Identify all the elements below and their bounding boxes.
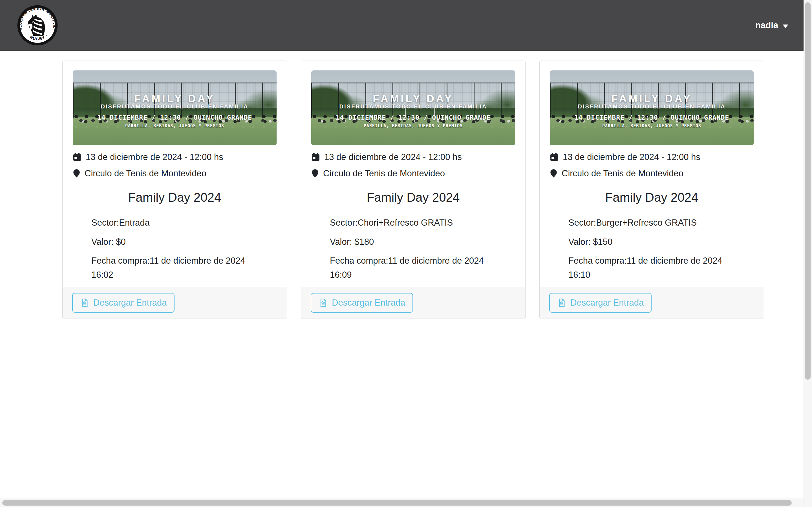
banner-perks: PARRILLA, BEBIDAS, JUEGOS Y PREMIOS <box>550 123 754 128</box>
banner-schedule: 14 DICIEMBRE / 12:30 / QUINCHO GRANDE <box>550 114 754 121</box>
banner-title: FAMILY DAY <box>73 93 276 105</box>
file-image-icon <box>319 298 327 307</box>
event-venue: Circulo de Tenis de Montevideo <box>323 169 445 178</box>
ticket-card: FAMILY DAY DISFRUTAMOS TODO EL CLUB EN F… <box>539 61 764 319</box>
vertical-scrollbar[interactable] <box>804 0 812 507</box>
club-logo-link[interactable]: CIRCULO DE TENIS DE MONTEVIDEO · RUGBY · <box>16 4 59 47</box>
file-image-icon <box>80 298 89 307</box>
ticket-sector: Sector:Burger+Refresco GRATIS <box>568 216 754 230</box>
ticket-card-footer: Descargar Entrada <box>540 287 764 318</box>
banner-schedule: 14 DICIEMBRE / 12:30 / QUINCHO GRANDE <box>73 114 276 121</box>
user-dropdown[interactable]: nadia <box>755 20 790 31</box>
banner-text-overlay: FAMILY DAY DISFRUTAMOS TODO EL CLUB EN F… <box>311 70 515 145</box>
ticket-value: Valor: $150 <box>568 235 754 249</box>
event-date: 13 de diciembre de 2024 - 12:00 hs <box>86 153 223 161</box>
map-marker-icon <box>73 169 80 178</box>
ticket-purchase-date: Fecha compra:11 de diciembre de 2024 16:… <box>568 254 732 282</box>
download-ticket-label: Descargar Entrada <box>93 297 167 308</box>
ticket-purchase-date: Fecha compra:11 de diciembre de 2024 16:… <box>330 254 493 282</box>
ticket-value: Valor: $180 <box>330 235 515 249</box>
banner-title: FAMILY DAY <box>550 93 754 105</box>
ticket-details: Sector:Burger+Refresco GRATIS Valor: $15… <box>568 216 754 282</box>
event-title: Family Day 2024 <box>73 190 276 205</box>
ticket-details: Sector:Entrada Valor: $0 Fecha compra:11… <box>91 216 276 282</box>
banner-text-overlay: FAMILY DAY DISFRUTAMOS TODO EL CLUB EN F… <box>550 70 754 145</box>
event-title: Family Day 2024 <box>550 190 754 205</box>
download-ticket-button[interactable]: Descargar Entrada <box>72 293 174 313</box>
banner-subtitle: DISFRUTAMOS TODO EL CLUB EN FAMILIA <box>311 103 515 110</box>
event-banner-image: FAMILY DAY DISFRUTAMOS TODO EL CLUB EN F… <box>550 70 754 145</box>
event-date-row: 13 de diciembre de 2024 - 12:00 hs <box>73 153 276 161</box>
vertical-scrollbar-thumb[interactable] <box>805 2 811 380</box>
calendar-icon <box>73 153 82 161</box>
horizontal-scrollbar[interactable] <box>0 499 804 507</box>
download-ticket-label: Descargar Entrada <box>332 297 405 308</box>
event-venue-row: Circulo de Tenis de Montevideo <box>311 169 515 178</box>
ticket-value: Valor: $0 <box>91 235 276 249</box>
ticket-purchase-date: Fecha compra:11 de diciembre de 2024 16:… <box>91 254 255 282</box>
ticket-sector: Sector:Chori+Refresco GRATIS <box>330 216 515 230</box>
banner-perks: PARRILLA, BEBIDAS, JUEGOS Y PREMIOS <box>311 123 515 128</box>
event-venue-row: Circulo de Tenis de Montevideo <box>550 169 754 178</box>
ticket-card: FAMILY DAY DISFRUTAMOS TODO EL CLUB EN F… <box>301 61 525 319</box>
banner-text-overlay: FAMILY DAY DISFRUTAMOS TODO EL CLUB EN F… <box>73 70 276 145</box>
main-content: FAMILY DAY DISFRUTAMOS TODO EL CLUB EN F… <box>0 51 804 499</box>
caret-down-icon <box>783 24 788 28</box>
banner-perks: PARRILLA, BEBIDAS, JUEGOS Y PREMIOS <box>73 123 276 128</box>
event-title: Family Day 2024 <box>311 190 515 205</box>
event-date-row: 13 de diciembre de 2024 - 12:00 hs <box>311 153 515 161</box>
club-badge-icon: CIRCULO DE TENIS DE MONTEVIDEO · RUGBY · <box>16 4 59 47</box>
ticket-card: FAMILY DAY DISFRUTAMOS TODO EL CLUB EN F… <box>62 61 287 319</box>
event-date: 13 de diciembre de 2024 - 12:00 hs <box>324 153 462 161</box>
event-venue-row: Circulo de Tenis de Montevideo <box>73 169 276 178</box>
banner-subtitle: DISFRUTAMOS TODO EL CLUB EN FAMILIA <box>550 103 754 110</box>
ticket-card-body: FAMILY DAY DISFRUTAMOS TODO EL CLUB EN F… <box>301 61 525 287</box>
ticket-card-body: FAMILY DAY DISFRUTAMOS TODO EL CLUB EN F… <box>63 61 287 287</box>
banner-subtitle: DISFRUTAMOS TODO EL CLUB EN FAMILIA <box>73 103 276 110</box>
download-ticket-button[interactable]: Descargar Entrada <box>549 293 652 313</box>
ticket-card-footer: Descargar Entrada <box>63 287 287 318</box>
event-date-row: 13 de diciembre de 2024 - 12:00 hs <box>550 153 754 161</box>
event-venue: Circulo de Tenis de Montevideo <box>562 169 683 178</box>
ticket-card-footer: Descargar Entrada <box>301 287 525 318</box>
event-venue: Circulo de Tenis de Montevideo <box>85 169 206 178</box>
map-marker-icon <box>311 169 319 178</box>
tickets-row: FAMILY DAY DISFRUTAMOS TODO EL CLUB EN F… <box>62 61 764 319</box>
top-navbar: CIRCULO DE TENIS DE MONTEVIDEO · RUGBY · <box>0 0 804 51</box>
horizontal-scrollbar-thumb[interactable] <box>2 500 792 506</box>
event-banner-image: FAMILY DAY DISFRUTAMOS TODO EL CLUB EN F… <box>311 70 515 145</box>
map-marker-icon <box>550 169 557 178</box>
download-ticket-label: Descargar Entrada <box>570 297 644 308</box>
user-name: nadia <box>755 20 778 31</box>
ticket-details: Sector:Chori+Refresco GRATIS Valor: $180… <box>330 216 515 282</box>
banner-title: FAMILY DAY <box>311 93 515 105</box>
banner-schedule: 14 DICIEMBRE / 12:30 / QUINCHO GRANDE <box>311 114 515 121</box>
download-ticket-button[interactable]: Descargar Entrada <box>311 293 413 313</box>
calendar-icon <box>550 153 559 161</box>
calendar-icon <box>311 153 320 161</box>
file-image-icon <box>557 298 566 307</box>
event-date: 13 de diciembre de 2024 - 12:00 hs <box>563 153 700 161</box>
event-banner-image: FAMILY DAY DISFRUTAMOS TODO EL CLUB EN F… <box>73 70 276 145</box>
ticket-card-body: FAMILY DAY DISFRUTAMOS TODO EL CLUB EN F… <box>540 61 764 287</box>
ticket-sector: Sector:Entrada <box>91 216 276 230</box>
